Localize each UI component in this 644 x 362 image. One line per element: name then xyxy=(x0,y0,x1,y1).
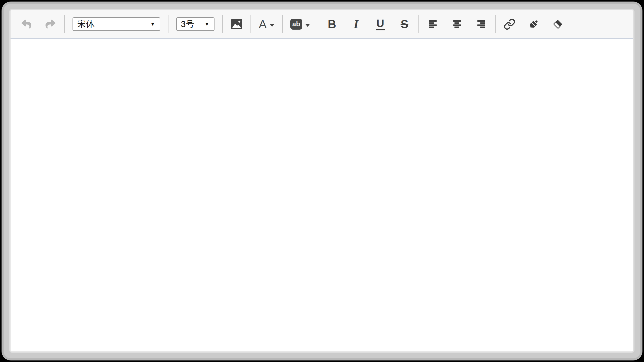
rich-text-editor: 宋体 ▼ 3号 ▼ xyxy=(11,10,633,351)
chevron-down-icon: ▼ xyxy=(204,22,209,27)
align-center-button[interactable] xyxy=(451,16,463,32)
italic-icon: I xyxy=(354,18,359,30)
caret-down-icon xyxy=(305,24,310,27)
toolbar-divider xyxy=(418,15,419,33)
underline-button[interactable]: U xyxy=(374,16,387,32)
redo-button[interactable] xyxy=(44,16,57,32)
font-family-select[interactable]: 宋体 ▼ xyxy=(73,17,160,31)
align-left-button[interactable] xyxy=(427,16,439,32)
font-size-select[interactable]: 3号 ▼ xyxy=(176,17,214,31)
align-right-icon xyxy=(477,20,485,28)
redo-icon xyxy=(45,19,56,29)
align-left-icon xyxy=(429,20,437,28)
image-icon xyxy=(231,19,243,30)
window-frame: 宋体 ▼ 3号 ▼ xyxy=(2,2,642,360)
italic-button[interactable]: I xyxy=(350,16,362,32)
format-brush-icon xyxy=(527,18,540,30)
toolbar-divider xyxy=(168,15,168,33)
toolbar-divider xyxy=(282,15,283,33)
chevron-down-icon: ▼ xyxy=(150,22,155,27)
highlight-button[interactable]: ab xyxy=(290,16,310,32)
insert-image-button[interactable] xyxy=(230,16,243,32)
editor-content-area[interactable] xyxy=(11,40,633,351)
highlight-badge: ab xyxy=(290,19,302,30)
link-button[interactable] xyxy=(503,16,516,32)
strikethrough-button[interactable]: S xyxy=(398,16,411,32)
align-right-button[interactable] xyxy=(475,16,487,32)
toolbar-divider xyxy=(251,15,251,33)
link-icon xyxy=(504,18,515,30)
underline-icon: U xyxy=(376,18,385,30)
toolbar-divider xyxy=(495,15,496,33)
font-color-label: A xyxy=(259,18,267,30)
toolbar: 宋体 ▼ 3号 ▼ xyxy=(11,10,633,39)
strikethrough-icon: S xyxy=(401,18,408,30)
toolbar-divider xyxy=(222,15,223,33)
font-family-value: 宋体 xyxy=(77,18,95,30)
font-color-button[interactable]: A xyxy=(259,16,274,32)
clear-format-button[interactable] xyxy=(552,16,564,32)
toolbar-divider xyxy=(318,15,318,33)
format-painter-button[interactable] xyxy=(527,16,540,32)
window-frame-inner: 宋体 ▼ 3号 ▼ xyxy=(4,4,640,358)
align-center-icon xyxy=(453,20,461,28)
toolbar-divider xyxy=(64,15,65,33)
caret-down-icon xyxy=(270,24,274,27)
eraser-icon xyxy=(552,18,564,30)
bold-button[interactable]: B xyxy=(326,16,338,32)
bold-icon: B xyxy=(328,18,336,30)
screen: 宋体 ▼ 3号 ▼ xyxy=(0,0,644,362)
undo-icon xyxy=(21,19,32,29)
font-size-value: 3号 xyxy=(181,18,194,30)
undo-button[interactable] xyxy=(20,16,32,32)
